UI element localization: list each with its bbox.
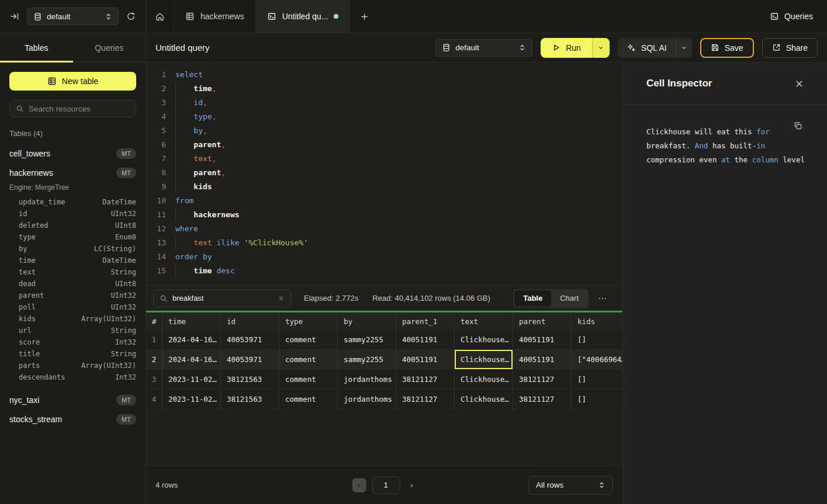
table-header-cell[interactable]: id <box>221 312 279 330</box>
table-cell[interactable]: [] <box>572 330 622 349</box>
sidebar-tab-queries[interactable]: Queries <box>73 33 146 62</box>
table-cell[interactable]: sammy2255 <box>338 350 396 369</box>
table-cell[interactable]: 38121127 <box>396 370 455 389</box>
previous-page-button[interactable]: ‹ <box>352 478 366 492</box>
table-cell[interactable]: 38121563 <box>221 390 279 409</box>
table-cell[interactable]: 40053971 <box>221 350 279 369</box>
table-header-cell[interactable]: time <box>162 312 221 330</box>
row-number-cell: 1 <box>146 330 162 349</box>
editor-line[interactable]: 8 parent, <box>153 166 622 180</box>
editor-line[interactable]: 13 text ilike '%ClickHouse%' <box>153 236 622 250</box>
database-selector[interactable]: default <box>27 8 119 25</box>
table-cell[interactable]: jordanthoms <box>338 390 396 409</box>
editor-line[interactable]: 3 id, <box>153 96 622 110</box>
table-cell[interactable]: comment <box>279 330 338 349</box>
editor-line[interactable]: 4 type, <box>153 110 622 124</box>
column-name: kids <box>19 315 36 323</box>
table-cell[interactable]: 40051191 <box>396 350 455 369</box>
table-cell[interactable]: 38121127 <box>513 370 572 389</box>
tab-home[interactable] <box>146 0 174 33</box>
table-header-cell[interactable]: by <box>338 312 396 330</box>
table-header-cell[interactable]: # <box>146 312 162 330</box>
table-cell[interactable]: jordanthoms <box>338 370 396 389</box>
table-cell[interactable]: 38121127 <box>513 390 572 409</box>
table-cell[interactable]: 2023-11-02… <box>162 370 221 389</box>
table-cell[interactable]: 2024-04-16… <box>162 330 221 349</box>
table-header-cell[interactable]: parent <box>513 312 572 330</box>
more-menu-icon[interactable]: ⋯ <box>598 293 607 304</box>
share-button[interactable]: Share <box>762 38 818 58</box>
table-cell[interactable]: 2023-11-02… <box>162 390 221 409</box>
table-cell[interactable]: ["40066964… <box>572 350 622 369</box>
editor-line[interactable]: 12where <box>153 222 622 236</box>
table-cell[interactable]: sammy2255 <box>338 330 396 349</box>
table-cell[interactable]: comment <box>279 390 338 409</box>
table-header-cell[interactable]: text <box>455 312 513 330</box>
sidebar-table-item[interactable]: nyc_taxiMT <box>0 390 146 409</box>
results-filter[interactable] <box>153 290 291 307</box>
table-cell[interactable]: 2024-04-16… <box>162 350 221 369</box>
editor-line[interactable]: 2 time, <box>153 82 622 96</box>
table-cell[interactable]: 38121563 <box>221 370 279 389</box>
page-size-selector[interactable]: All rows <box>528 476 613 495</box>
editor-line[interactable]: 9 kids <box>153 180 622 194</box>
table-cell[interactable]: 40051191 <box>396 330 455 349</box>
view-toggle-table[interactable]: Table <box>514 290 551 307</box>
table-cell[interactable]: Clickhouse… <box>455 330 513 349</box>
clear-filter-icon[interactable] <box>278 295 285 302</box>
editor-line[interactable]: 10from <box>153 194 622 208</box>
close-inspector-button[interactable] <box>795 79 804 88</box>
table-cell[interactable]: Clickhouse… <box>455 350 513 369</box>
table-header-cell[interactable]: type <box>279 312 338 330</box>
table-cell[interactable]: Clickhouse… <box>455 390 513 409</box>
sidebar-collapse-button[interactable] <box>8 9 22 23</box>
table-cell[interactable]: comment <box>279 370 338 389</box>
next-page-button[interactable]: › <box>410 481 413 489</box>
search-resources-input[interactable] <box>29 105 132 113</box>
sql-ai-options-button[interactable] <box>676 38 692 58</box>
tab-hackernews[interactable]: hackernews <box>174 0 256 33</box>
save-label: Save <box>725 43 743 53</box>
editor-line[interactable]: 6 parent, <box>153 138 622 152</box>
sql-ai-button[interactable]: SQL AI <box>618 38 676 58</box>
table-header-cell[interactable]: parent_1 <box>396 312 455 330</box>
table-cell[interactable]: comment <box>279 350 338 369</box>
sidebar-table-item[interactable]: cell_towersMT <box>0 144 146 163</box>
refresh-button[interactable] <box>124 9 138 23</box>
table-header-cell[interactable]: kids <box>572 312 622 330</box>
table-cell[interactable]: 38121127 <box>396 390 455 409</box>
table-cell[interactable]: [] <box>572 390 622 409</box>
table-cell[interactable]: 40051191 <box>513 350 572 369</box>
sidebar-tab-tables[interactable]: Tables <box>0 33 73 62</box>
table-cell[interactable]: 40051191 <box>513 330 572 349</box>
view-toggle-chart[interactable]: Chart <box>551 290 587 307</box>
code-text: hackernews <box>175 208 240 222</box>
resource-search[interactable] <box>9 100 136 117</box>
table-cell[interactable]: 40053971 <box>221 330 279 349</box>
results-filter-input[interactable] <box>172 294 273 303</box>
editor-line[interactable]: 5 by, <box>153 124 622 138</box>
table-cell[interactable]: [] <box>572 370 622 389</box>
editor-line[interactable]: 14order by <box>153 250 622 264</box>
query-database-selector[interactable]: default <box>435 39 532 57</box>
save-button[interactable]: Save <box>700 38 754 58</box>
new-tab-button[interactable] <box>350 0 378 33</box>
page-number-input[interactable]: 1 <box>372 477 400 494</box>
table-cell[interactable]: Clickhouse… <box>455 370 513 389</box>
column-type: UInt32 <box>111 303 136 311</box>
sidebar-table-item[interactable]: hackernewsMT <box>0 163 146 182</box>
run-button[interactable]: Run <box>541 38 592 58</box>
run-options-button[interactable] <box>592 38 610 58</box>
editor-line[interactable]: 15 time desc <box>153 264 622 278</box>
new-table-button[interactable]: New table <box>9 72 136 91</box>
editor-line[interactable]: 1select <box>153 68 622 82</box>
tab-untitled-query[interactable]: Untitled qu... <box>256 0 351 33</box>
queries-shortcut[interactable]: Queries <box>756 0 827 33</box>
code-text: kids <box>175 180 212 194</box>
copy-cell-value-button[interactable] <box>794 121 802 130</box>
editor-line[interactable]: 11 hackernews <box>153 208 622 222</box>
sql-editor[interactable]: 1select2 time,3 id,4 type,5 by,6 parent,… <box>146 62 622 285</box>
page-size-value: All rows <box>536 481 593 489</box>
sidebar-table-item[interactable]: stocks_streamMT <box>0 409 146 429</box>
editor-line[interactable]: 7 text, <box>153 152 622 166</box>
